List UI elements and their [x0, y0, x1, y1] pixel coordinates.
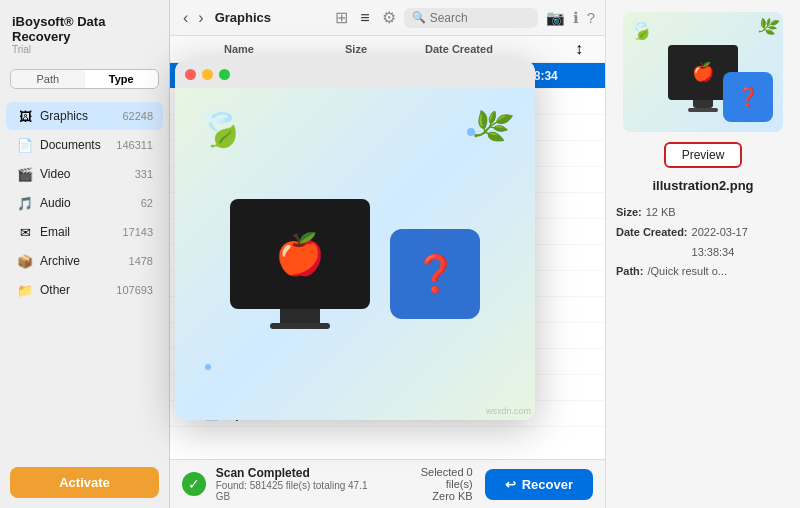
header-size: Size [345, 43, 425, 55]
file-list-header: Name Size Date Created ↕ [170, 36, 605, 63]
toolbar: ‹ › Graphics ⊞ ≡ ⚙ 🔍 📷 ℹ ? [170, 0, 605, 36]
overlay-base [270, 323, 330, 329]
overlay-leaf-right-icon: 🌿 [468, 103, 515, 149]
documents-label: Documents [40, 138, 116, 152]
list-view-button[interactable]: ≡ [356, 6, 373, 29]
overlay-dot2 [205, 364, 211, 370]
archive-count: 1478 [129, 255, 153, 267]
preview-thumbnail: 🍃 🌿 🍎 ❓ [623, 12, 783, 132]
close-dot[interactable] [185, 69, 196, 80]
monitor-stand [693, 100, 713, 108]
filter-button[interactable]: ⚙ [382, 8, 396, 27]
file-path-row: Path: /Quick result o... [616, 262, 790, 282]
view-toggle: ⊞ ≡ [331, 6, 373, 29]
graphics-icon: 🖼 [16, 107, 34, 125]
sidebar-item-documents[interactable]: 📄 Documents 146311 [6, 131, 163, 159]
right-panel: 🍃 🌿 🍎 ❓ Preview illustration2.png Size: … [605, 0, 800, 508]
other-label: Other [40, 283, 116, 297]
scan-text: Scan Completed Found: 581425 file(s) tot… [216, 466, 383, 502]
selected-count: Selected 0 file(s) [393, 466, 473, 490]
file-size-row: Size: 12 KB [616, 203, 790, 223]
recover-label: Recover [522, 477, 573, 492]
overlay-leaf-left-icon: 🍃 [188, 96, 251, 157]
overlay-content: 🍃 🌿 🍎 ❓ [175, 88, 535, 420]
leaf-left-icon: 🍃 [625, 13, 657, 44]
selected-info: Selected 0 file(s) Zero KB [393, 466, 473, 502]
sidebar-item-graphics[interactable]: 🖼 Graphics 62248 [6, 102, 163, 130]
archive-label: Archive [40, 254, 129, 268]
sidebar-item-email[interactable]: ✉ Email 17143 [6, 218, 163, 246]
audio-label: Audio [40, 196, 141, 210]
other-count: 107693 [116, 284, 153, 296]
maximize-dot[interactable] [219, 69, 230, 80]
header-date: Date Created [425, 43, 575, 55]
leaf-right-icon: 🌿 [755, 14, 780, 39]
monitor-base [688, 108, 718, 112]
forward-button[interactable]: › [195, 9, 206, 27]
email-count: 17143 [122, 226, 153, 238]
other-icon: 📁 [16, 281, 34, 299]
date-label: Date Created: [616, 223, 688, 263]
overlay-title-bar [175, 60, 535, 88]
right-panel-filename: illustration2.png [652, 178, 753, 193]
email-icon: ✉ [16, 223, 34, 241]
overlay-dot1 [467, 128, 475, 136]
scan-title: Scan Completed [216, 466, 383, 480]
documents-count: 146311 [116, 139, 153, 151]
info-button[interactable]: ℹ [573, 9, 579, 27]
sidebar-footer: Activate [0, 457, 169, 508]
sidebar-header: iBoysoft® Data Recovery Trial [0, 0, 169, 61]
overlay-ssd: ❓ [390, 229, 480, 319]
tab-type[interactable]: Type [85, 70, 159, 88]
minimize-dot[interactable] [202, 69, 213, 80]
video-count: 331 [135, 168, 153, 180]
preview-button[interactable]: Preview [664, 142, 743, 168]
sidebar-item-other[interactable]: 📁 Other 107693 [6, 276, 163, 304]
path-label: Path: [616, 262, 644, 282]
header-extra: ↕ [575, 40, 595, 58]
app-title: iBoysoft® Data Recovery [12, 14, 157, 44]
overlay-stand [280, 309, 320, 323]
selected-size: Zero KB [393, 490, 473, 502]
sidebar-item-video[interactable]: 🎬 Video 331 [6, 160, 163, 188]
date-value: 2022-03-17 13:38:34 [692, 223, 790, 263]
sidebar-item-audio[interactable]: 🎵 Audio 62 [6, 189, 163, 217]
watermark: wsxdn.com [486, 406, 531, 416]
ssd-icon: ❓ [723, 72, 773, 122]
file-date-row: Date Created: 2022-03-17 13:38:34 [616, 223, 790, 263]
audio-icon: 🎵 [16, 194, 34, 212]
camera-button[interactable]: 📷 [546, 9, 565, 27]
status-bar: ✓ Scan Completed Found: 581425 file(s) t… [170, 459, 605, 508]
overlay-monitor: 🍎 [230, 199, 370, 309]
help-button[interactable]: ? [587, 9, 595, 27]
recover-button[interactable]: ↩ Recover [485, 469, 593, 500]
documents-icon: 📄 [16, 136, 34, 154]
apple-icon: 🍎 [692, 61, 714, 83]
sidebar: iBoysoft® Data Recovery Trial Path Type … [0, 0, 170, 508]
sidebar-tabs: Path Type [10, 69, 159, 89]
path-value: /Quick result o... [648, 262, 727, 282]
video-icon: 🎬 [16, 165, 34, 183]
header-name: Name [224, 43, 345, 55]
status-right: Selected 0 file(s) Zero KB ↩ Recover [393, 466, 593, 502]
search-input[interactable] [430, 11, 530, 25]
grid-view-button[interactable]: ⊞ [331, 6, 352, 29]
overlay-apple-icon: 🍎 [275, 231, 325, 278]
nav-arrows: ‹ › [180, 9, 207, 27]
breadcrumb: Graphics [215, 10, 324, 25]
sidebar-item-archive[interactable]: 📦 Archive 1478 [6, 247, 163, 275]
video-label: Video [40, 167, 135, 181]
back-button[interactable]: ‹ [180, 9, 191, 27]
app-subtitle: Trial [12, 44, 157, 55]
preview-overlay: 🍃 🌿 🍎 ❓ wsxdn.com [175, 60, 535, 420]
file-info-details: Size: 12 KB Date Created: 2022-03-17 13:… [616, 203, 790, 282]
sidebar-nav: 🖼 Graphics 62248 📄 Documents 146311 🎬 Vi… [0, 97, 169, 457]
graphics-count: 62248 [122, 110, 153, 122]
search-box: 🔍 [404, 8, 538, 28]
scan-complete-icon: ✓ [182, 472, 206, 496]
size-value: 12 KB [646, 203, 676, 223]
size-label: Size: [616, 203, 642, 223]
tab-path[interactable]: Path [11, 70, 85, 88]
toolbar-right-icons: 📷 ℹ ? [546, 9, 595, 27]
activate-button[interactable]: Activate [10, 467, 159, 498]
